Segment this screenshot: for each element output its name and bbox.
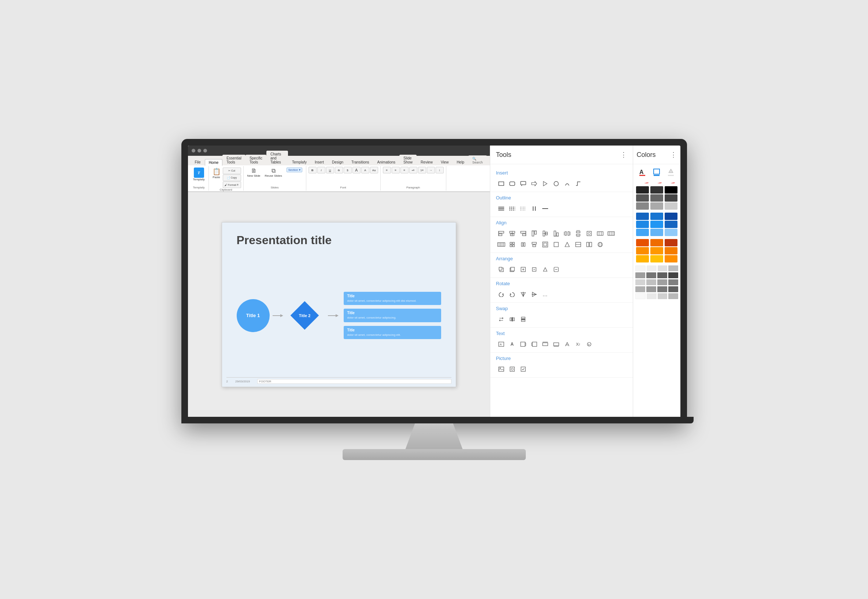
text-dir-btn[interactable]: ↕ xyxy=(436,167,444,173)
bullet-btn[interactable]: •≡ xyxy=(409,167,417,173)
font-underline-btn[interactable]: U xyxy=(326,167,334,173)
tool-text-8[interactable]: a xyxy=(584,339,594,349)
color-swatch-blue-mid[interactable] xyxy=(636,221,649,228)
color-text-btn[interactable]: A xyxy=(637,167,647,178)
tool-arrange-5[interactable] xyxy=(540,264,550,275)
tool-text-7[interactable] xyxy=(562,339,572,349)
shape-diamond-1[interactable]: Title 2 xyxy=(290,301,320,330)
tools-panel-menu-btn[interactable]: ⋮ xyxy=(620,151,627,159)
color-swatch-blue-3[interactable] xyxy=(650,221,663,228)
tool-icon-callout[interactable] xyxy=(518,179,529,189)
color-gray-15[interactable] xyxy=(657,286,667,292)
color-gray-16[interactable] xyxy=(668,286,678,292)
tool-arrange-1[interactable] xyxy=(496,264,506,275)
content-card-3[interactable]: Title dolor sit amet, consectetur adipis… xyxy=(344,326,441,339)
color-gray-14[interactable] xyxy=(646,286,656,292)
color-gray-3[interactable] xyxy=(658,265,668,271)
color-swatch-orange-1[interactable] xyxy=(636,239,649,246)
shape-circle-1[interactable]: Title 1 xyxy=(237,299,270,332)
tab-essential-tools[interactable]: Essential Tools xyxy=(222,155,245,166)
color-swatch-black[interactable] xyxy=(636,186,649,194)
color-gray-9[interactable] xyxy=(635,279,645,285)
tool-rotate-more[interactable]: … xyxy=(540,289,550,300)
tool-text-subscript[interactable]: X2 xyxy=(573,339,583,349)
tool-text-1[interactable]: A xyxy=(496,339,506,349)
tool-align-top[interactable] xyxy=(529,229,539,239)
tool-icon-outline-horiz[interactable] xyxy=(540,203,550,214)
tool-align-extra-11[interactable] xyxy=(573,239,583,250)
color-gray-5[interactable] xyxy=(635,272,645,278)
tab-view[interactable]: View xyxy=(437,159,453,166)
color-gray-19[interactable] xyxy=(658,293,668,299)
tool-text-3[interactable] xyxy=(518,339,529,349)
tool-icon-right-arrow[interactable] xyxy=(529,179,539,189)
color-swatch-orange-7[interactable] xyxy=(665,239,677,246)
align-right-btn[interactable]: ≡ xyxy=(401,167,408,173)
tool-text-2[interactable]: A xyxy=(507,339,517,349)
color-gray-7[interactable] xyxy=(657,272,667,278)
tool-align-left[interactable] xyxy=(496,229,506,239)
tab-home[interactable]: Home xyxy=(205,159,223,166)
color-gray-8[interactable] xyxy=(668,272,678,278)
tool-distribute-v[interactable] xyxy=(573,229,583,239)
color-swatch-blue-2[interactable] xyxy=(650,213,663,220)
tab-file[interactable]: File xyxy=(191,159,205,166)
tool-picture-2[interactable] xyxy=(507,364,517,374)
color-swatch-blue-4[interactable] xyxy=(650,229,663,236)
ribbon-btn-reuse-slides[interactable]: ⧉ Reuse Slides xyxy=(263,167,284,178)
tool-rotate-2[interactable] xyxy=(507,289,517,300)
color-swatch-orange-8[interactable] xyxy=(665,247,677,254)
tool-align-extra-12[interactable] xyxy=(584,239,594,250)
tool-swap-1[interactable] xyxy=(496,314,506,324)
tool-icon-outline-dotted[interactable] xyxy=(518,203,529,214)
tool-icon-outline-vert[interactable] xyxy=(529,203,539,214)
tool-align-extra-9[interactable] xyxy=(551,239,561,250)
color-swatch-pure-black[interactable] xyxy=(665,186,677,194)
tool-icon-outline-dashed[interactable] xyxy=(507,203,517,214)
indent-btn[interactable]: → xyxy=(427,167,435,173)
color-swatch-dark-gray[interactable] xyxy=(636,194,649,202)
color-gray-11[interactable] xyxy=(657,279,667,285)
font-size-sm[interactable]: A xyxy=(361,167,369,173)
color-border-btn[interactable] xyxy=(652,167,662,178)
tool-align-right[interactable] xyxy=(518,229,529,239)
tab-help[interactable]: Help xyxy=(452,159,468,166)
tool-icon-connector[interactable] xyxy=(573,179,583,189)
color-swatch-black-2[interactable] xyxy=(650,186,663,194)
ribbon-btn-cut[interactable]: ✂ Cut xyxy=(223,167,241,174)
tool-align-extra-13[interactable] xyxy=(595,239,605,250)
color-swatch-orange-6[interactable] xyxy=(650,255,663,262)
color-swatch-orange-5[interactable] xyxy=(650,247,663,254)
numbering-btn[interactable]: 1≡ xyxy=(418,167,426,173)
color-swatch-mid-gray[interactable] xyxy=(636,202,649,210)
color-gray-4[interactable] xyxy=(668,265,678,271)
color-swatch-blue-7[interactable] xyxy=(665,229,677,236)
tool-picture-1[interactable] xyxy=(496,364,506,374)
tool-align-bottom[interactable] xyxy=(551,229,561,239)
tab-search[interactable]: 🔍 Search xyxy=(468,155,487,166)
color-swatch-blue-6[interactable] xyxy=(665,221,677,228)
tool-icon-arc[interactable] xyxy=(562,179,572,189)
tool-icon-circle[interactable] xyxy=(551,179,561,189)
color-gray-10[interactable] xyxy=(646,279,656,285)
color-gray-1[interactable] xyxy=(635,265,646,271)
tool-align-extra-4[interactable] xyxy=(496,239,506,250)
tool-align-extra-7[interactable] xyxy=(529,239,539,250)
tool-text-5[interactable] xyxy=(540,339,550,349)
tool-rotate-1[interactable] xyxy=(496,289,506,300)
tool-arrange-2[interactable] xyxy=(507,264,517,275)
ribbon-btn-templafy[interactable]: T Templafy xyxy=(192,167,206,182)
tool-swap-3[interactable] xyxy=(518,314,529,324)
content-card-1[interactable]: Title dolor sit amet, consectetur adipis… xyxy=(344,292,441,305)
tool-align-extra-5[interactable] xyxy=(507,239,517,250)
tool-distribute-h[interactable] xyxy=(562,229,572,239)
tool-align-center-h[interactable] xyxy=(507,229,517,239)
tool-picture-3[interactable] xyxy=(518,364,529,374)
tool-swap-2[interactable] xyxy=(507,314,517,324)
tool-align-extra-10[interactable] xyxy=(562,239,572,250)
tool-icon-rounded-rect[interactable] xyxy=(507,179,517,189)
font-strikethrough-btn[interactable]: S xyxy=(335,167,343,173)
color-swatch-orange-9[interactable] xyxy=(665,255,677,262)
tool-align-middle-v[interactable] xyxy=(540,229,550,239)
color-swatch-blue-light[interactable] xyxy=(636,229,649,236)
